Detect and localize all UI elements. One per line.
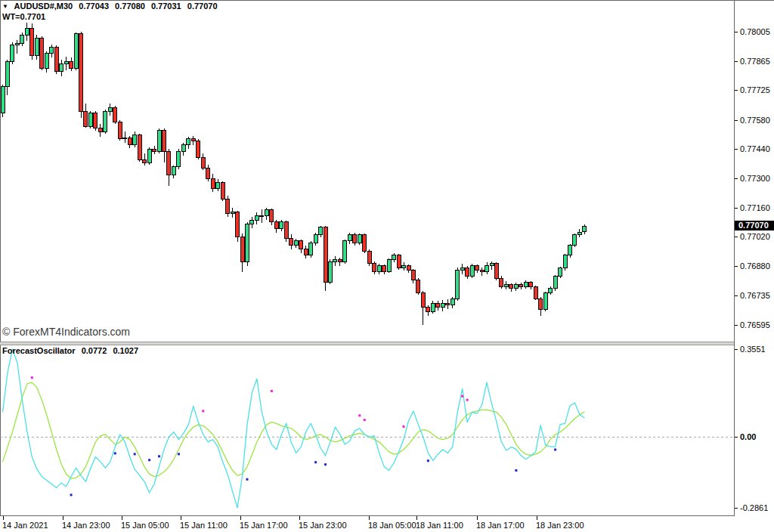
time-axis[interactable] [0,516,774,532]
oscillator-panel[interactable] [0,345,734,515]
price-axis[interactable] [734,0,774,516]
current-price-badge: 0.77070 [735,221,774,230]
quote-low: 0.77031 [151,2,181,11]
mt4-chart-window: 0.780050.778650.777250.775800.774400.773… [0,0,774,532]
oscillator-value-1: 0.0772 [82,346,107,355]
quote-open: 0.77043 [79,2,109,11]
quote-line: ▼ AUDUSD#,M30 0.77043 0.77080 0.77031 0.… [2,2,221,11]
main-chart-panel[interactable] [0,0,734,342]
symbol-dropdown-icon[interactable]: ▼ [2,3,8,10]
symbol-period-label: AUDUSD#,M30 [14,2,73,11]
watermark-text: © ForexMT4Indicators.com [2,326,130,338]
wt-indicator-label: WT=0.7701 [2,12,45,21]
oscillator-title-line: ForecastOscillator 0.0772 0.1027 [2,346,142,355]
oscillator-value-2: 0.1027 [113,346,138,355]
oscillator-name: ForecastOscillator [2,346,76,355]
quote-high: 0.77080 [115,2,145,11]
quote-close: 0.77070 [187,2,218,11]
